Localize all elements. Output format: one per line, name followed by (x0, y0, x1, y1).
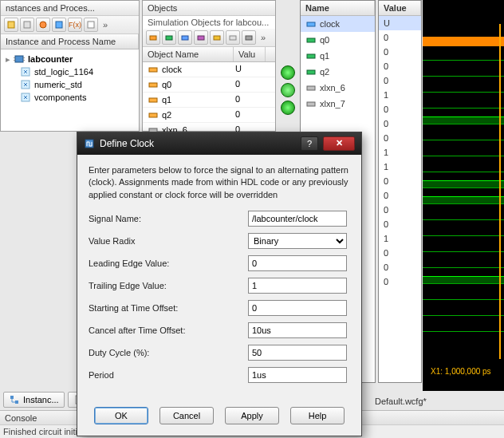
object-value: 0 (230, 108, 262, 122)
svg-rect-30 (307, 102, 315, 106)
wave-value-row[interactable]: 1 (379, 231, 421, 246)
tab-instances[interactable]: Instanc... (3, 392, 65, 408)
wave-trace (423, 180, 504, 188)
leading-edge-input[interactable] (248, 255, 347, 271)
toolbar-button[interactable] (84, 18, 98, 32)
wave-value-row[interactable]: 0 (379, 274, 421, 289)
wave-value-row[interactable]: 0 (379, 174, 421, 188)
objects-subtitle: Simulation Objects for labcou... (143, 16, 275, 29)
tree-item[interactable]: vcomponents (18, 91, 136, 104)
wave-signal-row[interactable]: q2 (301, 64, 375, 80)
wave-value-row[interactable]: 0 (379, 59, 421, 73)
run-button[interactable] (281, 65, 295, 80)
tree-item[interactable]: std_logic_1164 (18, 65, 136, 78)
wave-value-row[interactable]: 0 (379, 188, 421, 203)
run-button[interactable] (281, 83, 295, 97)
wave-value-row[interactable]: 0 (379, 217, 421, 231)
toolbar-button[interactable] (146, 30, 160, 45)
svg-rect-21 (149, 83, 157, 87)
svg-rect-19 (246, 36, 252, 40)
side-buttons (278, 62, 298, 118)
object-row[interactable]: clockU (143, 62, 275, 77)
signal-icon (305, 50, 317, 61)
wave-value-row[interactable]: U (379, 16, 421, 30)
wave-trace (423, 251, 504, 252)
toolbar-expand[interactable]: » (100, 20, 111, 30)
toolbar-button[interactable] (242, 30, 256, 45)
wave-signal-row[interactable]: q1 (301, 48, 375, 64)
object-name: q0 (162, 80, 171, 89)
toolbar-button[interactable] (226, 30, 240, 45)
toolbar-button[interactable] (210, 30, 224, 45)
wave-value-row[interactable]: 0 (379, 246, 421, 260)
dialog-close-button[interactable]: ✕ (323, 136, 355, 151)
field-label: Cancel after Time Offset: (89, 326, 248, 335)
wave-value-row[interactable]: 1 (379, 160, 421, 174)
wave-signal-row[interactable]: xlxn_7 (301, 96, 375, 112)
wave-signal-row[interactable]: q0 (301, 32, 375, 48)
package-icon (20, 92, 31, 103)
ok-button[interactable]: OK (94, 407, 148, 424)
svg-rect-16 (198, 36, 204, 40)
toolbar-button[interactable] (162, 30, 176, 45)
dialog-help-button[interactable]: ? (301, 136, 318, 151)
help-button[interactable]: Help (290, 407, 345, 424)
tree-item-labcounter[interactable]: ▸ labcounter (4, 53, 136, 65)
svg-rect-22 (149, 98, 157, 102)
apply-button[interactable]: Apply (225, 407, 279, 424)
signal-icon (305, 34, 317, 45)
tree-item[interactable]: numeric_std (18, 78, 136, 91)
period-input[interactable] (248, 367, 347, 383)
duty-cycle-input[interactable] (248, 345, 347, 361)
object-row[interactable]: q00 (143, 77, 275, 93)
svg-rect-13 (150, 36, 156, 40)
wave-value-row[interactable]: 1 (379, 145, 421, 160)
wave-canvas[interactable]: 999 (423, 0, 504, 391)
wave-trace (423, 196, 504, 204)
object-row[interactable]: q10 (143, 93, 275, 108)
objects-title: Objects (143, 1, 275, 16)
column-name: Object Name (143, 47, 234, 61)
toolbar-button[interactable]: F(x) (68, 18, 82, 32)
svg-rect-25 (307, 22, 315, 26)
field-label: Starting at Time Offset: (89, 303, 248, 313)
wave-value-row[interactable]: 0 (379, 102, 421, 116)
radix-select[interactable]: Binary (248, 233, 347, 249)
start-offset-input[interactable] (248, 300, 347, 316)
package-icon (20, 79, 31, 90)
toolbar-button[interactable] (178, 30, 192, 45)
wave-signal-row[interactable]: clock (301, 16, 375, 32)
wave-signal-name: clock (320, 19, 340, 29)
dialog-titlebar[interactable]: Define Clock ? ✕ (77, 132, 361, 155)
wave-value-row[interactable]: 0 (379, 260, 421, 274)
toolbar-button[interactable] (4, 18, 18, 32)
toolbar-button[interactable] (20, 18, 34, 32)
svg-point-2 (40, 22, 46, 28)
cancel-button[interactable]: Cancel (159, 407, 214, 424)
cancel-offset-input[interactable] (248, 322, 347, 338)
wave-value-row[interactable]: 1 (379, 88, 421, 102)
toolbar-button[interactable] (52, 18, 66, 32)
toolbar-button[interactable] (194, 30, 208, 45)
wave-value-row[interactable]: 0 (379, 73, 421, 88)
toolbar-expand[interactable]: » (258, 33, 269, 42)
svg-rect-14 (166, 36, 172, 40)
wave-values-column: Value U000010001100001000 (378, 0, 422, 383)
signal-name-input[interactable] (248, 211, 347, 227)
wave-value-row[interactable]: 0 (379, 203, 421, 217)
object-row[interactable]: q20 (143, 108, 275, 123)
wave-cursor-line[interactable] (499, 24, 501, 359)
wave-trace (423, 172, 504, 172)
trailing-edge-input[interactable] (248, 278, 347, 294)
wave-value-row[interactable]: 0 (379, 30, 421, 45)
field-label: Duty Cycle (%): (89, 348, 248, 357)
package-icon (20, 66, 31, 77)
wave-value-row[interactable]: 0 (379, 45, 421, 59)
toolbar-button[interactable] (36, 18, 50, 32)
signal-icon (148, 109, 159, 120)
expand-icon[interactable]: ▸ (6, 54, 10, 65)
wave-value-row[interactable]: 0 (379, 116, 421, 131)
run-button[interactable] (281, 101, 295, 115)
wave-value-row[interactable]: 0 (379, 131, 421, 145)
wave-signal-row[interactable]: xlxn_6 (301, 80, 375, 96)
